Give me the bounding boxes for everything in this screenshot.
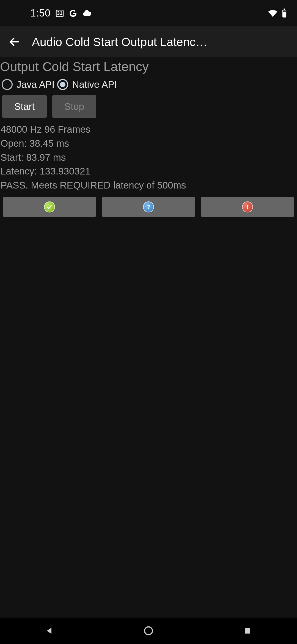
triangle-left-icon <box>45 626 54 635</box>
radio-icon <box>2 79 13 90</box>
status-left: 1:50 31 <box>30 7 92 19</box>
status-bar: 1:50 31 <box>0 0 297 26</box>
status-time: 1:50 <box>30 7 51 19</box>
nav-home-button[interactable] <box>132 623 165 639</box>
info-button[interactable]: ? <box>102 197 195 217</box>
svg-rect-9 <box>245 628 250 634</box>
pass-button[interactable] <box>3 197 96 217</box>
navigation-bar <box>0 618 297 644</box>
question-icon: ? <box>143 201 154 212</box>
svg-text:?: ? <box>147 204 150 210</box>
fail-button[interactable] <box>201 197 294 217</box>
google-icon <box>69 9 78 18</box>
svg-rect-6 <box>247 205 248 208</box>
section-heading: Output Cold Start Latency <box>0 57 297 77</box>
svg-rect-3 <box>283 10 286 12</box>
square-icon <box>243 627 252 635</box>
result-action-row: ? <box>0 197 297 217</box>
radio-label: Java API <box>16 79 54 90</box>
status-right <box>268 8 287 18</box>
radio-native-api[interactable]: Native API <box>57 79 117 90</box>
wifi-icon <box>268 8 278 18</box>
circle-icon <box>143 626 154 636</box>
cloud-icon <box>82 8 92 18</box>
result-text: 48000 Hz 96 Frames Open: 38.45 ms Start:… <box>0 122 297 197</box>
battery-icon <box>282 9 287 18</box>
back-button[interactable] <box>7 34 22 50</box>
nav-recent-button[interactable] <box>231 623 264 639</box>
nav-back-button[interactable] <box>33 623 66 639</box>
check-icon <box>44 201 55 212</box>
stop-button[interactable]: Stop <box>52 95 96 118</box>
arrow-left-icon <box>8 36 20 48</box>
svg-rect-2 <box>284 9 285 10</box>
svg-point-8 <box>145 627 153 635</box>
page-title: Audio Cold Start Output Latenc… <box>32 35 290 49</box>
api-radio-group: Java API Native API <box>0 77 297 95</box>
calendar-icon: 31 <box>55 9 64 18</box>
app-bar: Audio Cold Start Output Latenc… <box>0 26 297 57</box>
radio-java-api[interactable]: Java API <box>2 79 54 90</box>
svg-point-7 <box>247 208 248 209</box>
button-row: Start Stop <box>0 95 297 122</box>
content: Output Cold Start Latency Java API Nativ… <box>0 57 297 217</box>
calendar-day: 31 <box>57 10 62 16</box>
start-button[interactable]: Start <box>2 95 47 118</box>
radio-icon <box>57 79 68 90</box>
exclamation-icon <box>242 201 253 212</box>
radio-label: Native API <box>72 79 117 90</box>
